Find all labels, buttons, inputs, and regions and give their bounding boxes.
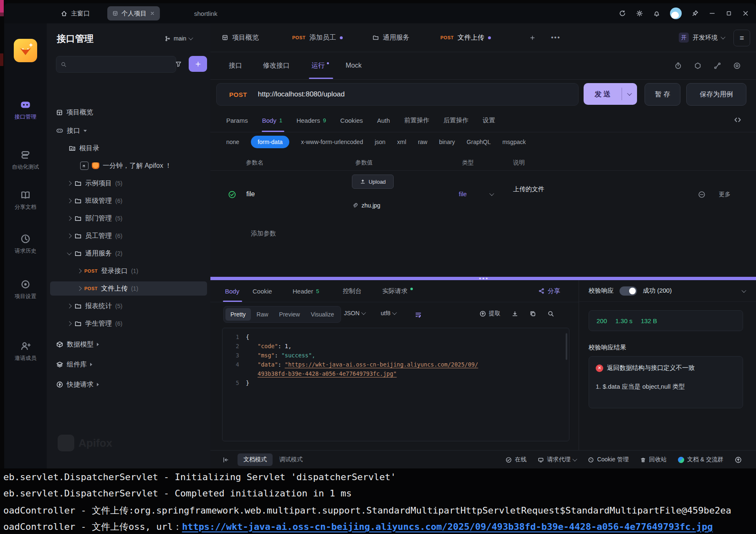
new-tab-button[interactable] [529, 23, 536, 52]
target-icon[interactable] [733, 62, 741, 70]
tab-project-overview[interactable]: 项目概览 [222, 23, 259, 52]
doc-mode-button[interactable]: 文档模式 [238, 453, 273, 466]
tab-params[interactable]: Params [226, 117, 248, 124]
collapse-sidebar-icon[interactable] [222, 456, 229, 463]
tree-item-file-upload[interactable]: POST 文件上传 (1) [50, 281, 207, 296]
apifox-logo[interactable] [14, 39, 37, 62]
encoding-select[interactable]: utf8 [381, 310, 396, 316]
branch-selector[interactable]: main [164, 35, 192, 42]
more-tabs-button[interactable]: ••• [551, 23, 561, 52]
pin-icon[interactable] [691, 10, 699, 17]
search-icon[interactable] [547, 310, 554, 317]
remove-row-icon[interactable] [698, 191, 705, 198]
filter-button[interactable] [171, 56, 185, 72]
send-options-chevron[interactable] [622, 92, 637, 96]
chevron-down-icon[interactable] [741, 288, 746, 292]
rail-item-invite-members[interactable]: 邀请成员 [4, 341, 47, 362]
tab-response-cookie[interactable]: Cookie [253, 280, 272, 302]
response-json-viewer[interactable]: 1{ 2"code": 1, 3"msg": "success", 4"data… [222, 328, 569, 441]
refresh-icon[interactable] [619, 10, 626, 17]
tab-edit-api[interactable]: 修改接口 [263, 52, 290, 79]
body-type-msgpack[interactable]: msgpack [502, 139, 526, 145]
tab-add-employee[interactable]: POST 添加员工 [292, 23, 343, 52]
tab-run[interactable]: 运行 [311, 52, 329, 79]
request-proxy-button[interactable]: 请求代理 [538, 456, 576, 463]
param-type-select[interactable]: file [459, 190, 493, 197]
view-visualize[interactable]: Visualize [306, 308, 339, 321]
menu-button[interactable]: ≡ [733, 30, 750, 46]
search-input[interactable] [56, 56, 176, 73]
tab-response-body[interactable]: Body [225, 280, 239, 302]
cookie-manager-button[interactable]: Cookie 管理 [588, 456, 628, 463]
add-api-button[interactable] [189, 56, 207, 72]
docs-community-button[interactable]: 文档 & 交流群 [678, 456, 723, 463]
body-type-raw[interactable]: raw [418, 139, 427, 145]
extract-button[interactable]: 提取 [479, 310, 501, 317]
more-button[interactable]: 更多 [719, 191, 731, 198]
tree-item-login-api[interactable]: POST 登录接口 (1) [50, 264, 207, 278]
param-name[interactable]: file [246, 190, 255, 198]
rail-item-request-history[interactable]: 请求历史 [4, 233, 47, 255]
param-desc[interactable]: 上传的文件 [513, 185, 544, 193]
close-window-icon[interactable] [742, 10, 749, 17]
tree-item-quick-request[interactable]: 快捷请求 [50, 377, 207, 392]
body-type-binary[interactable]: binary [439, 139, 455, 145]
tree-item-folder-class[interactable]: 班级管理 (6) [50, 194, 207, 208]
body-type-form-data[interactable]: form-data [251, 136, 289, 148]
tree-item-api-section[interactable]: 接口 [50, 124, 207, 138]
tree-item-data-models[interactable]: 数据模型 [50, 337, 207, 352]
save-as-case-button[interactable]: 保存为用例 [686, 83, 746, 106]
tab-body[interactable]: Body 1 [262, 117, 282, 124]
notifications-bell-icon[interactable] [653, 10, 660, 17]
attached-file[interactable]: zhu.jpg [352, 202, 380, 209]
view-pretty[interactable]: Pretty [225, 308, 251, 321]
tab-api-doc[interactable]: 接口 [229, 52, 242, 79]
send-button[interactable]: 发 送 [584, 83, 637, 105]
maximize-icon[interactable] [726, 10, 732, 17]
body-type-json[interactable]: json [375, 139, 386, 145]
stash-button[interactable]: 暂 存 [645, 83, 680, 106]
shortlink-tab[interactable]: shortlink [194, 3, 217, 23]
minimize-icon[interactable] [708, 10, 716, 17]
rail-item-project-settings[interactable]: 项目设置 [4, 279, 47, 300]
body-type-graphql[interactable]: GraphQL [467, 139, 491, 145]
online-status[interactable]: 在线 [506, 456, 526, 463]
enabled-check-icon[interactable] [228, 190, 236, 199]
view-raw[interactable]: Raw [252, 308, 273, 321]
tree-item-folder-examples[interactable]: 示例项目 (5) [50, 176, 207, 190]
scrollbar[interactable] [566, 333, 567, 360]
tree-item-folder-report[interactable]: 报表统计 (5) [50, 299, 207, 313]
rail-item-api-management[interactable]: 接口管理 [4, 99, 47, 121]
rail-item-share-docs[interactable]: 分享文档 [4, 190, 47, 211]
tab-response-header[interactable]: Header 5 [293, 280, 319, 302]
tab-settings[interactable]: 设置 [483, 116, 495, 124]
tab-common-services[interactable]: 通用服务 [372, 23, 410, 52]
debug-mode-button[interactable]: 调试模式 [274, 453, 308, 466]
code-view-icon[interactable] [733, 116, 742, 124]
upgrade-up-icon[interactable] [735, 456, 742, 463]
close-tab-icon[interactable] [150, 11, 155, 16]
view-preview[interactable]: Preview [274, 308, 305, 321]
url-input[interactable]: POST http://localhost:8080/upload [216, 83, 579, 106]
tree-item-project-overview[interactable]: 项目概览 [50, 105, 207, 119]
body-type-xml[interactable]: xml [397, 139, 406, 145]
tab-cookies[interactable]: Cookies [340, 117, 363, 124]
pane-splitter[interactable] [210, 277, 756, 280]
upload-button[interactable]: Upload [352, 175, 394, 189]
body-type-urlencoded[interactable]: x-www-form-urlencoded [301, 139, 363, 145]
rail-item-automation-test[interactable]: 自动化测试 [4, 149, 47, 171]
tab-console[interactable]: 控制台 [343, 280, 362, 302]
history-timer-icon[interactable] [674, 62, 682, 70]
flow-route-icon[interactable] [713, 62, 721, 70]
copy-icon[interactable] [529, 310, 536, 317]
tab-pre-ops[interactable]: 前置操作 [404, 116, 429, 124]
tree-item-components[interactable]: 组件库 [50, 357, 207, 372]
environment-hex-icon[interactable] [694, 62, 702, 70]
project-tab[interactable]: 个人项目 [107, 6, 160, 20]
tree-item-folder-department[interactable]: 部门管理 (5) [50, 211, 207, 225]
share-button[interactable]: 分享 [538, 280, 560, 302]
validation-toggle[interactable] [619, 286, 637, 296]
tree-item-folder-employee[interactable]: 员工管理 (6) [50, 229, 207, 243]
tab-headers[interactable]: Headers 9 [296, 117, 326, 124]
format-select[interactable]: JSON [344, 310, 365, 316]
